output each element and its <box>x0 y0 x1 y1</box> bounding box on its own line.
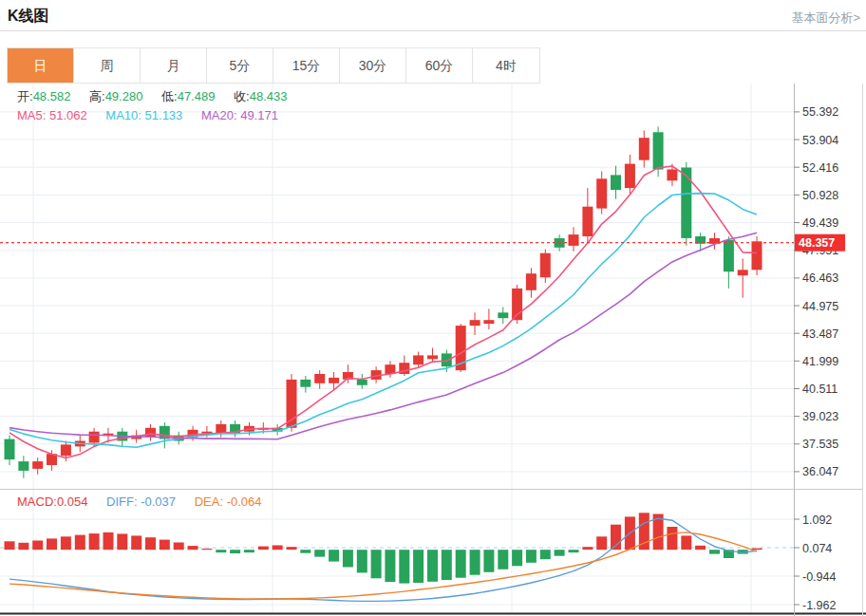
macd-bar <box>413 550 424 583</box>
macd-bar <box>117 533 127 550</box>
macd-bar <box>695 546 706 550</box>
price-tick-label: 44.975 <box>802 300 838 313</box>
candle-body[interactable] <box>287 380 297 428</box>
macd-bar <box>273 546 283 551</box>
price-tick-label: 46.463 <box>802 271 838 285</box>
macd-bar <box>569 550 579 552</box>
macd-bar <box>343 550 353 567</box>
price-tick-label: 37.535 <box>802 438 838 451</box>
price-tick-label: 43.487 <box>802 327 838 341</box>
candle-body[interactable] <box>427 355 438 359</box>
macd-bar <box>104 532 114 550</box>
header-divider <box>0 30 866 31</box>
candle-body[interactable] <box>442 353 452 366</box>
candle-body[interactable] <box>667 170 677 181</box>
macd-chart-canvas[interactable]: 1.0920.074-0.944-1.962 <box>0 489 866 616</box>
current-price-text: 48.357 <box>799 236 835 250</box>
candle-body[interactable] <box>413 355 424 364</box>
macd-bar <box>75 535 85 551</box>
macd-bar <box>5 541 15 550</box>
tab-月[interactable]: 月 <box>141 48 207 83</box>
macd-bar <box>483 550 494 572</box>
candle-body[interactable] <box>596 178 607 208</box>
macd-bar <box>287 547 297 550</box>
candle-body[interactable] <box>61 444 71 456</box>
candle-body[interactable] <box>18 461 28 471</box>
macd-bar <box>681 535 691 550</box>
macd-bar <box>61 536 71 550</box>
macd-bar <box>216 550 226 552</box>
candle-body[interactable] <box>357 380 367 385</box>
macd-bar <box>399 550 409 583</box>
tab-4时[interactable]: 4时 <box>473 48 539 83</box>
candle-body[interactable] <box>724 240 734 271</box>
macd-bar <box>47 538 57 550</box>
candle-body[interactable] <box>625 164 635 189</box>
candle-body[interactable] <box>300 380 311 387</box>
macd-tick-label: 1.092 <box>802 513 832 527</box>
macd-bar <box>230 550 240 553</box>
macd-bar <box>18 543 28 550</box>
macd-bar <box>709 550 720 553</box>
candle-body[interactable] <box>653 132 664 169</box>
macd-bar <box>145 537 156 550</box>
ma5-line <box>9 166 757 458</box>
macd-bar <box>371 550 382 578</box>
macd-bar <box>357 550 367 572</box>
tab-30分[interactable]: 30分 <box>340 48 406 83</box>
macd-bar <box>526 550 537 563</box>
price-tick-label: 50.928 <box>802 189 838 202</box>
candle-body[interactable] <box>611 175 621 190</box>
macd-tick-label: -0.944 <box>802 570 836 584</box>
candle-body[interactable] <box>639 138 650 160</box>
main-chart-canvas[interactable]: 55.39253.90452.41650.92849.43947.95146.4… <box>0 84 866 489</box>
price-tick-label: 41.999 <box>802 355 838 368</box>
candle-body[interactable] <box>752 241 762 270</box>
period-tabbar: 日周月5分15分30分60分4时 <box>7 47 540 84</box>
macd-bar <box>442 550 452 580</box>
candle-body[interactable] <box>526 273 537 290</box>
macd-bar <box>582 547 593 550</box>
macd-bar <box>456 550 466 578</box>
candle-body[interactable] <box>540 253 551 278</box>
macd-bar <box>555 550 565 556</box>
macd-bar <box>385 550 395 582</box>
candle-body[interactable] <box>470 320 480 326</box>
candle-body[interactable] <box>738 270 748 275</box>
candle-body[interactable] <box>89 432 100 443</box>
candle-body[interactable] <box>483 320 494 324</box>
macd-bar <box>596 536 607 550</box>
macd-bar <box>131 535 141 550</box>
tab-周[interactable]: 周 <box>74 48 141 83</box>
candles-group <box>5 126 762 477</box>
tab-15分[interactable]: 15分 <box>273 48 340 83</box>
tab-日[interactable]: 日 <box>8 48 74 83</box>
ma10-line <box>9 194 757 448</box>
candle-body[interactable] <box>498 312 508 318</box>
macd-bar <box>89 533 100 550</box>
page-title: K线图 <box>8 7 49 27</box>
candle-body[interactable] <box>5 439 15 460</box>
tab-5分[interactable]: 5分 <box>207 48 273 83</box>
macd-bar <box>258 547 269 551</box>
macd-bar <box>174 543 184 551</box>
price-tick-label: 52.416 <box>802 161 838 175</box>
candle-body[interactable] <box>145 428 156 438</box>
fundamental-analysis-link[interactable]: 基本面分析> <box>791 9 860 27</box>
tab-60分[interactable]: 60分 <box>406 48 473 83</box>
candle-body[interactable] <box>32 461 43 469</box>
price-tick-label: 36.047 <box>802 465 838 478</box>
candle-body[interactable] <box>314 374 325 383</box>
candle-body[interactable] <box>681 168 691 238</box>
candle-body[interactable] <box>329 378 339 383</box>
macd-tick-label: -1.962 <box>802 599 836 612</box>
macd-bar <box>329 550 339 561</box>
candle-body[interactable] <box>569 234 579 246</box>
macd-bar <box>667 527 677 550</box>
macd-bar <box>188 546 198 550</box>
candle-body[interactable] <box>582 207 593 236</box>
macd-bar <box>32 541 43 551</box>
price-tick-label: 53.904 <box>802 134 838 147</box>
price-tick-label: 39.023 <box>802 410 838 423</box>
macd-bar <box>160 540 170 551</box>
